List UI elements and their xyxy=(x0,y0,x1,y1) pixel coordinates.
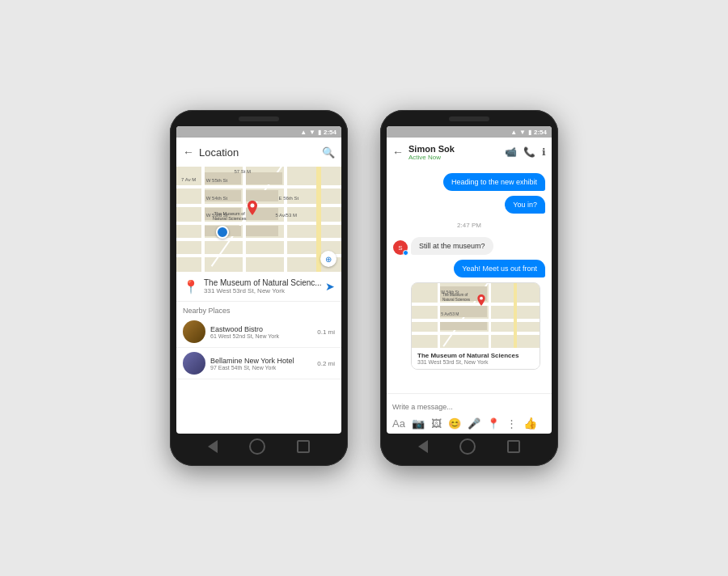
contact-info: Simon Sok Active Now xyxy=(408,144,505,161)
search-icon[interactable]: 🔍 xyxy=(322,146,335,159)
image-icon[interactable]: 🖼 xyxy=(431,417,442,430)
like-button[interactable]: 👍 xyxy=(523,417,537,430)
wifi-icon: ▼ xyxy=(309,129,315,136)
user-location-pin xyxy=(216,226,229,239)
message-bubble-outgoing: Yeah! Meet us out front xyxy=(454,260,545,277)
map-road xyxy=(489,283,491,348)
map-street-label: 5 Av/53 M xyxy=(441,311,459,316)
phone-location: ▲ ▼ ▮ 2:54 ← Location 🔍 xyxy=(170,110,348,466)
map-view[interactable]: W 55th St W 54th St W 53rd St 7 Av M 57 … xyxy=(176,167,341,272)
message-bubble-outgoing: Heading to the new exhibit xyxy=(443,173,545,191)
location-icon[interactable]: 📍 xyxy=(487,417,500,430)
nearby-item[interactable]: Eastwood Bistro 61 West 52nd St, New Yor… xyxy=(176,316,341,348)
svg-point-1 xyxy=(480,297,483,300)
send-location-button[interactable]: ➤ xyxy=(325,280,335,293)
map-road xyxy=(284,167,287,272)
back-button[interactable]: ← xyxy=(183,146,194,159)
contact-name: Simon Sok xyxy=(408,144,505,154)
location-card-map: W 54th St 5 Av/53 M The Museum ofNatural… xyxy=(412,283,540,348)
map-street-label: 7 Av M xyxy=(181,177,196,182)
hardware-back-button[interactable] xyxy=(418,440,428,453)
status-bar-messenger: ▲ ▼ ▮ 2:54 xyxy=(387,126,552,138)
status-time: 2:54 xyxy=(324,129,336,136)
location-title: Location xyxy=(199,146,322,159)
info-button[interactable]: ℹ xyxy=(542,146,546,158)
nearby-distance: 0.1 mi xyxy=(317,328,335,336)
location-pin-icon: 📍 xyxy=(183,279,199,294)
map-block xyxy=(440,322,487,330)
location-name: The Museum of Natural Scienc... xyxy=(204,278,325,287)
contact-status: Active Now xyxy=(408,154,505,161)
hardware-home-button[interactable] xyxy=(249,438,265,455)
phone-screen-messenger: ▲ ▼ ▮ 2:54 ← Simon Sok Active Now 📹 📞 ℹ xyxy=(387,126,552,434)
message-wrap-incoming: S Still at the museum? xyxy=(393,237,545,255)
message-input[interactable] xyxy=(392,400,546,413)
nearby-thumb xyxy=(183,352,205,375)
location-card-address: 331 West 53rd St, New York xyxy=(417,359,534,365)
avatar-initial: S xyxy=(398,244,402,252)
phone-messenger: ▲ ▼ ▮ 2:54 ← Simon Sok Active Now 📹 📞 ℹ xyxy=(380,110,558,466)
svg-point-0 xyxy=(250,203,254,207)
video-call-button[interactable]: 📹 xyxy=(505,146,517,158)
message-timestamp: 2:47 PM xyxy=(393,222,545,229)
messenger-app-bar: ← Simon Sok Active Now 📹 📞 ℹ xyxy=(387,138,552,167)
map-street-label: E 56th St xyxy=(278,196,298,201)
my-location-button[interactable]: ⊕ xyxy=(320,251,336,267)
emoji-icon[interactable]: 😊 xyxy=(448,417,461,430)
message-bubble-incoming: Still at the museum? xyxy=(411,237,493,255)
message-bubble-outgoing: You in? xyxy=(505,196,545,214)
avatar: S xyxy=(393,240,408,255)
phone-home-bar xyxy=(387,434,552,460)
map-street-label: 5 Av/53 M xyxy=(275,213,297,218)
location-card-info: The Museum of Natural Sciences 331 West … xyxy=(412,348,540,369)
messenger-actions: 📹 📞 ℹ xyxy=(505,146,546,158)
nearby-item[interactable]: Bellamine New York Hotel 97 East 54th St… xyxy=(176,348,341,379)
voice-call-button[interactable]: 📞 xyxy=(523,146,535,158)
nearby-address: 97 East 54th St, New York xyxy=(210,365,317,371)
status-bar: ▲ ▼ ▮ 2:54 xyxy=(176,126,341,138)
map-street-label: W 55th St xyxy=(206,178,227,183)
map-museum-mini-label: The Museum ofNatural Sciences xyxy=(442,293,470,303)
location-address: 331 West 53rd St, New York xyxy=(204,287,325,294)
phone-speaker xyxy=(239,116,279,121)
messenger-badge xyxy=(403,250,408,256)
destination-pin xyxy=(248,201,257,218)
destination-pin-mini xyxy=(477,294,485,309)
phone-screen-location: ▲ ▼ ▮ 2:54 ← Location 🔍 xyxy=(176,126,341,434)
nearby-info: Eastwood Bistro 61 West 52nd St, New Yor… xyxy=(210,325,317,339)
phone-speaker xyxy=(449,116,489,121)
nearby-name: Eastwood Bistro xyxy=(210,325,317,333)
map-block xyxy=(246,226,279,236)
audio-icon[interactable]: 🎤 xyxy=(468,417,480,430)
nearby-name: Bellamine New York Hotel xyxy=(210,357,317,365)
location-card[interactable]: W 54th St 5 Av/53 M The Museum ofNatural… xyxy=(411,282,540,370)
hardware-home-button[interactable] xyxy=(459,438,476,455)
map-museum-text: The Museum ofNatural Sciences xyxy=(213,211,247,222)
hardware-recents-button[interactable] xyxy=(297,440,310,453)
nearby-thumb xyxy=(183,320,205,343)
location-card-name: The Museum of Natural Sciences xyxy=(417,352,534,359)
selected-location[interactable]: 📍 The Museum of Natural Scienc... 331 We… xyxy=(176,272,341,302)
wifi-icon: ▼ xyxy=(519,129,526,136)
chat-area: Heading to the new exhibit You in? 2:47 … xyxy=(387,167,552,393)
location-info: The Museum of Natural Scienc... 331 West… xyxy=(204,278,325,294)
map-street-label: W 54th St xyxy=(206,196,227,201)
signal-icon: ▲ xyxy=(510,129,517,136)
signal-icon: ▲ xyxy=(300,129,307,136)
map-block xyxy=(246,172,282,185)
hardware-back-button[interactable] xyxy=(208,440,218,453)
text-format-icon[interactable]: Aa xyxy=(392,417,405,430)
camera-icon[interactable]: 📷 xyxy=(412,417,425,430)
battery-icon: ▮ xyxy=(318,129,321,136)
more-icon[interactable]: ⋮ xyxy=(506,417,517,430)
status-time: 2:54 xyxy=(534,129,547,136)
back-button[interactable]: ← xyxy=(392,146,404,159)
action-row: Aa 📷 🖼 😊 🎤 📍 ⋮ 👍 xyxy=(392,417,546,430)
map-road xyxy=(514,283,517,348)
hardware-recents-button[interactable] xyxy=(507,440,520,453)
nearby-distance: 0.2 mi xyxy=(317,360,335,367)
nearby-label: Nearby Places xyxy=(176,302,341,316)
message-input-bar: Aa 📷 🖼 😊 🎤 📍 ⋮ 👍 xyxy=(387,393,552,434)
location-app-bar: ← Location 🔍 xyxy=(176,138,341,167)
nearby-address: 61 West 52nd St, New York xyxy=(210,333,317,339)
